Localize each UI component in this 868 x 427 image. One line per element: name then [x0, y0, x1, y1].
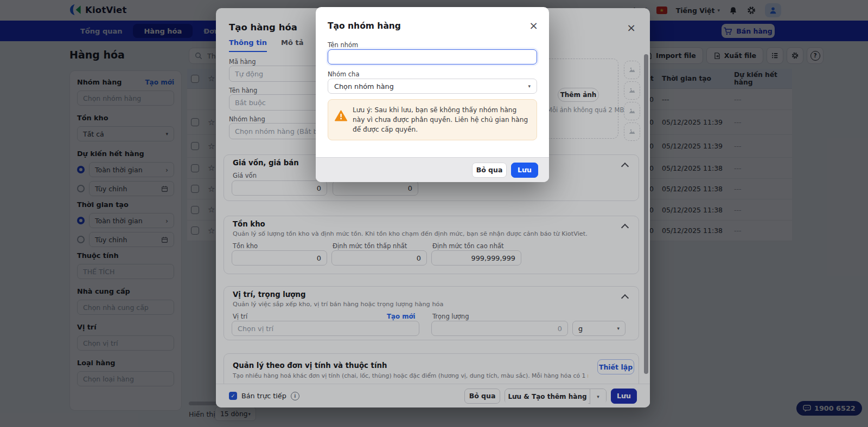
- warning-text: Lưu ý: Sau khi lưu, bạn sẽ không thấy nh…: [353, 106, 530, 134]
- group-save-button[interactable]: Lưu: [511, 163, 538, 178]
- permission-warning: Lưu ý: Sau khi lưu, bạn sẽ không thấy nh…: [328, 99, 537, 140]
- warning-icon: [335, 110, 347, 134]
- chevron-down-icon: ▾: [528, 83, 531, 89]
- group-name-label: Tên nhóm: [328, 41, 358, 49]
- group-skip-button[interactable]: Bỏ qua: [472, 163, 507, 178]
- parent-group-select[interactable]: Chọn nhóm hàng▾: [328, 79, 537, 94]
- group-name-input[interactable]: [328, 49, 537, 64]
- group-modal-title: Tạo nhóm hàng: [328, 21, 401, 31]
- create-group-modal: Tạo nhóm hàng × Tên nhóm Nhóm cha Chọn n…: [316, 7, 549, 182]
- close-icon[interactable]: ×: [529, 20, 538, 31]
- parent-group-label: Nhóm cha: [328, 70, 359, 78]
- group-modal-footer: Bỏ qua Lưu: [316, 157, 549, 182]
